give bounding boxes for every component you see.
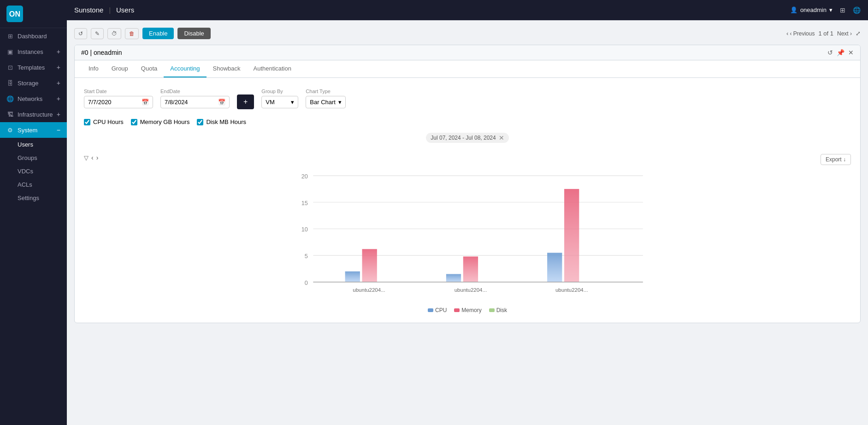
user-caret-icon: ▾ <box>829 6 833 13</box>
sidebar-subitem-groups[interactable]: Groups <box>18 151 67 165</box>
sidebar-item-templates[interactable]: ⊡ Templates + <box>0 59 67 75</box>
sidebar-item-infrastructure[interactable]: 🏗 Infrastructure + <box>0 106 67 122</box>
legend-memory: Memory <box>454 307 481 313</box>
cpu-checkbox[interactable] <box>84 119 90 125</box>
user-menu[interactable]: 👤 oneadmin ▾ <box>790 6 833 13</box>
edit-button[interactable]: ✎ <box>91 28 104 39</box>
refresh-icon: ↺ <box>78 30 83 37</box>
settings-label: Settings <box>18 195 39 201</box>
bar-g1-cpu <box>345 272 360 282</box>
filter-chip-close[interactable]: ✕ <box>499 134 504 142</box>
delete-button[interactable]: 🗑 <box>125 28 139 39</box>
legend-cpu-dot <box>428 308 433 312</box>
user-icon: 👤 <box>790 6 797 13</box>
svg-text:5: 5 <box>305 253 308 260</box>
groups-label: Groups <box>18 154 37 161</box>
user-panel: #0 | oneadmin ↺ 📌 ✕ Info Group Quota <box>74 45 861 323</box>
group-by-group: Group By VM ▾ <box>261 89 298 108</box>
tab-info[interactable]: Info <box>82 60 105 77</box>
disk-checkbox-label[interactable]: Disk MB Hours <box>197 118 246 125</box>
sidebar-item-label: System <box>18 127 37 134</box>
panel-close-button[interactable]: ✕ <box>848 49 854 56</box>
previous-button[interactable]: ‹ ‹ Previous <box>786 30 815 37</box>
lock-button[interactable]: ⏱ <box>107 28 121 39</box>
content-area: ↺ ✎ ⏱ 🗑 Enable Disable ‹ ‹ Previous 1 of… <box>67 20 868 425</box>
tab-quota[interactable]: Quota <box>135 60 164 77</box>
lock-icon: ⏱ <box>112 30 117 37</box>
chart-wrapper: ▽ ‹ › Export ↓ <box>84 154 851 313</box>
chart-next-button[interactable]: › <box>96 154 99 161</box>
enable-button[interactable]: Enable <box>142 28 174 39</box>
date-filter-label: Jul 07, 2024 - Jul 08, 2024 <box>431 135 496 141</box>
networks-expand-icon: + <box>57 95 60 102</box>
refresh-button[interactable]: ↺ <box>74 28 87 39</box>
export-label: Export ↓ <box>826 156 846 163</box>
templates-icon: ⊡ <box>6 64 14 71</box>
tab-info-label: Info <box>89 65 99 72</box>
sidebar-item-label: Storage <box>18 80 39 87</box>
svg-text:10: 10 <box>301 226 308 233</box>
calendar-icon-end: 📅 <box>218 99 225 106</box>
tab-showback[interactable]: Showback <box>207 60 247 77</box>
chart-type-select[interactable]: Bar Chart ▾ <box>306 96 346 108</box>
delete-icon: 🗑 <box>129 30 135 37</box>
sidebar-subitem-settings[interactable]: Settings <box>18 191 67 205</box>
cpu-checkbox-label[interactable]: CPU Hours <box>84 118 124 125</box>
chart-type-group: Chart Type Bar Chart ▾ <box>306 89 346 108</box>
sidebar-item-label: Networks <box>18 95 42 102</box>
group-by-value: VM <box>266 99 275 106</box>
logo[interactable]: ON <box>0 0 67 28</box>
legend-memory-label: Memory <box>461 307 481 313</box>
svg-text:ON: ON <box>9 10 20 18</box>
prev-icon: ‹ <box>786 30 788 37</box>
edit-icon: ✎ <box>95 30 100 37</box>
filter-icon: ▽ <box>84 154 89 161</box>
group-by-select[interactable]: VM ▾ <box>261 96 298 108</box>
disable-button[interactable]: Disable <box>177 28 210 39</box>
chart-type-label: Chart Type <box>306 89 346 94</box>
expand-icon: ⤢ <box>856 30 861 37</box>
expand-button[interactable]: ⤢ <box>856 30 861 37</box>
chart-nav: ▽ ‹ › <box>84 154 851 161</box>
infrastructure-expand-icon: + <box>57 111 60 118</box>
sidebar-item-dashboard[interactable]: ⊞ Dashboard <box>0 28 67 44</box>
header-separator: | <box>109 6 111 14</box>
end-date-group: EndDate 7/8/2024 📅 <box>160 89 230 108</box>
add-filter-button[interactable]: + <box>237 94 254 109</box>
chevron-down-icon: ▾ <box>291 99 294 106</box>
toolbar-row: ↺ ✎ ⏱ 🗑 Enable Disable ‹ ‹ Previous 1 of… <box>74 28 861 39</box>
sidebar-subitem-acls[interactable]: ACLs <box>18 178 67 191</box>
tab-group[interactable]: Group <box>105 60 135 77</box>
disk-checkbox[interactable] <box>197 119 203 125</box>
start-date-input[interactable]: 7/7/2020 📅 <box>84 96 153 108</box>
sidebar-item-label: Infrastructure <box>18 111 53 118</box>
globe-icon[interactable]: 🌐 <box>853 6 861 14</box>
memory-checkbox[interactable] <box>131 119 137 125</box>
templates-expand-icon: + <box>57 64 60 71</box>
memory-label: Memory GB Hours <box>140 118 190 125</box>
users-label: Users <box>18 141 33 148</box>
tab-authentication[interactable]: Authentication <box>247 60 298 77</box>
panel-pin-button[interactable]: 📌 <box>837 49 844 56</box>
sidebar-subitem-users[interactable]: Users <box>18 138 67 151</box>
sidebar-item-label: Dashboard <box>18 33 47 40</box>
end-date-input[interactable]: 7/8/2024 📅 <box>160 96 230 108</box>
infrastructure-icon: 🏗 <box>6 111 14 118</box>
sidebar-item-system[interactable]: ⚙ System − <box>0 122 67 138</box>
chart-legend: CPU Memory Disk <box>84 307 851 313</box>
export-button[interactable]: Export ↓ <box>821 154 851 165</box>
sidebar-item-instances[interactable]: ▣ Instances + <box>0 44 67 59</box>
tab-accounting[interactable]: Accounting <box>164 60 206 77</box>
chart-prev-button[interactable]: ‹ <box>91 154 94 161</box>
memory-checkbox-label[interactable]: Memory GB Hours <box>131 118 190 125</box>
grid-icon[interactable]: ⊞ <box>840 6 845 14</box>
sidebar-item-networks[interactable]: 🌐 Networks + <box>0 91 67 106</box>
group-by-label: Group By <box>261 89 298 94</box>
panel-refresh-button[interactable]: ↺ <box>827 49 833 56</box>
next-button[interactable]: Next › <box>837 30 852 37</box>
dashboard-icon: ⊞ <box>6 32 14 40</box>
user-label: oneadmin <box>800 6 827 13</box>
sidebar-subitem-vdcs[interactable]: VDCs <box>18 165 67 178</box>
date-filter-chip: Jul 07, 2024 - Jul 08, 2024 ✕ <box>426 133 508 143</box>
sidebar-item-storage[interactable]: 🗄 Storage + <box>0 75 67 91</box>
